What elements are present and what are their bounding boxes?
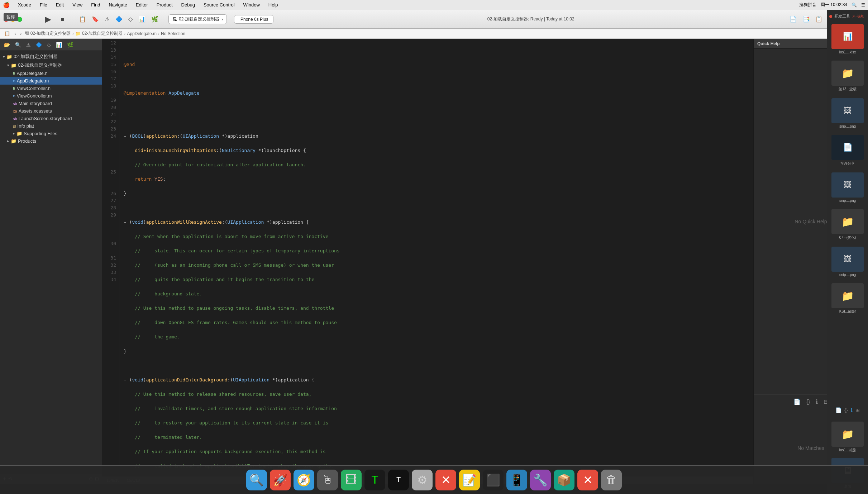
navigator-icon[interactable]: 📋 — [77, 14, 87, 24]
dock-notes[interactable]: 📝 — [459, 470, 480, 490]
desktop-item-chedan[interactable]: 📄 车丹分享 — [829, 133, 866, 167]
device-label: iPhone 6s Plus — [239, 17, 268, 22]
tree-label-viewcontroller-h: ViewController.h — [17, 86, 51, 91]
sidebar-item-root[interactable]: ▾ 📁 02-加载自定义控制器 — [0, 52, 102, 61]
breadcrumb-item-3[interactable]: AppDelegate.m — [127, 31, 157, 36]
sidebar-toolbar: 📂 🔍 ⚠ 🔷 ◇ 📊 🌿 — [0, 39, 102, 51]
qh-bottom-grid-icon[interactable]: ⊞ — [855, 407, 860, 413]
menu-product[interactable]: Product — [154, 1, 175, 8]
menu-find[interactable]: Find — [89, 1, 102, 8]
desktop-item-xlsx[interactable]: 📊 ios1....xlsx — [829, 23, 866, 56]
sidebar-item-viewcontroller-h[interactable]: h ViewController.h — [0, 85, 102, 92]
desktop-item-snip-2[interactable]: 🖼 snip....png — [829, 171, 866, 204]
breadcrumb-forward[interactable]: › — [19, 29, 23, 38]
menu-edit[interactable]: Edit — [54, 1, 66, 8]
qh-braces-icon[interactable]: {} — [806, 398, 810, 405]
sidebar-item-appdelegate-h[interactable]: h AppDelegate.h — [0, 70, 102, 77]
sidebar-git-icon[interactable]: 🌿 — [65, 41, 75, 49]
menu-source-control[interactable]: Source Control — [201, 1, 237, 8]
dock-terminal1[interactable]: T — [364, 470, 385, 490]
apple-menu[interactable]: 🍎 — [3, 1, 10, 8]
desktop-devtools[interactable]: 开发工具 未··视频 — [829, 14, 866, 19]
breadcrumb-item-2[interactable]: 02-加载自定义控制器 — [82, 30, 123, 37]
folder-icon-sf: 📁 — [16, 131, 22, 136]
menu-window[interactable]: Window — [241, 1, 262, 8]
stop-button[interactable]: ■ — [57, 14, 67, 24]
qh-bottom-file-icon[interactable]: 📄 — [835, 407, 841, 413]
editor-standard-icon[interactable]: 📄 — [788, 14, 798, 24]
sidebar-item-subgroup[interactable]: ▾ 📁 02-加载自定义控制器 — [0, 61, 102, 70]
menu-editor[interactable]: Editor — [134, 1, 150, 8]
sidebar-item-viewcontroller-m[interactable]: m ViewController.m — [0, 92, 102, 100]
editor-area[interactable]: 12 13 14 15 16 17 18 19 20 21 22 23 24 2… — [102, 39, 753, 484]
sidebar-item-assets[interactable]: xa Assets.xcassets — [0, 107, 102, 115]
report-icon[interactable]: 📊 — [137, 14, 147, 24]
control-center-icon[interactable]: ☰ — [861, 3, 865, 8]
desktop-item-ksi[interactable]: 📁 KSI...aster — [829, 282, 866, 315]
sidebar-search-icon[interactable]: 🔍 — [13, 41, 23, 49]
sidebar-item-supporting-files[interactable]: ▸ 📁 Supporting Files — [0, 130, 102, 137]
desktop-item-snip-1[interactable]: 🖼 snip....png — [829, 97, 866, 130]
editor-version-icon[interactable]: 📋 — [814, 14, 824, 24]
breadcrumb-item-4[interactable]: No Selection — [161, 31, 185, 36]
desktop-item-ios1-test[interactable]: 📁 ios1...试题 — [830, 420, 865, 454]
breakpoint-icon[interactable]: 🔷 — [114, 14, 124, 24]
dock-safari[interactable]: 🧭 — [294, 470, 314, 490]
dock-finder[interactable]: 🔍 — [246, 470, 267, 490]
maximize-button[interactable] — [17, 17, 22, 22]
sidebar-folder-icon[interactable]: 📂 — [2, 41, 12, 49]
breadcrumb-icon-2: 📁 — [75, 31, 81, 36]
dock-preferences[interactable]: ⚙ — [412, 470, 433, 490]
dock-xmind1[interactable]: ✕ — [435, 470, 456, 490]
dock-terminal2[interactable]: T — [388, 470, 409, 490]
folder-icon: 📁 — [6, 54, 12, 60]
bookmark-icon[interactable]: 🔖 — [90, 14, 100, 24]
code-editor[interactable]: @end @implementation AppDelegate - (BOOL… — [119, 39, 753, 476]
qh-bottom-brace-icon[interactable]: {} — [844, 407, 848, 413]
menu-debug[interactable]: Debug — [179, 1, 197, 8]
code-scroll[interactable]: 12 13 14 15 16 17 18 19 20 21 22 23 24 2… — [102, 39, 753, 476]
dock-mouse[interactable]: 🖱 — [317, 470, 338, 490]
qh-info-icon[interactable]: ℹ — [816, 398, 818, 405]
menu-navigate[interactable]: Navigate — [106, 1, 129, 8]
sidebar-warning-icon[interactable]: ⚠ — [24, 41, 33, 49]
desktop-item-folder-13[interactable]: 📁 第13...业绩 — [829, 59, 866, 93]
dock-app2[interactable]: 🔧 — [530, 470, 551, 490]
sidebar-item-products[interactable]: ▸ 📁 Products — [0, 137, 102, 145]
qh-file-icon[interactable]: 📄 — [793, 398, 801, 405]
folder-icon-sub: 📁 — [11, 63, 16, 68]
desktop-item-snip-3[interactable]: 🖼 snip....png — [829, 245, 866, 278]
warning-icon[interactable]: ⚠ — [103, 14, 111, 24]
editor-assistant-icon[interactable]: 📑 — [801, 14, 811, 24]
breadcrumb-item-1[interactable]: 02-加载自定义控制器 — [30, 30, 71, 37]
search-icon[interactable]: 🔍 — [852, 3, 857, 8]
sidebar-item-main-storyboard[interactable]: sb Main storyboard — [0, 100, 102, 107]
menu-view[interactable]: View — [70, 1, 85, 8]
desktop-item-folder-07[interactable]: 📁 07-··(优化) — [829, 208, 866, 242]
breadcrumb-back[interactable]: ‹ — [13, 29, 17, 38]
dock-app3[interactable]: 📦 — [554, 470, 574, 490]
ime-indicator[interactable]: 搜狗拼音 — [799, 2, 816, 8]
sidebar-breakpoint-icon[interactable]: 🔷 — [34, 41, 44, 49]
dock-dock2[interactable]: ⬛ — [483, 470, 504, 490]
sidebar-item-info-plist[interactable]: pl Info plat — [0, 122, 102, 130]
run-button[interactable]: ▶ — [42, 13, 54, 26]
dock-trash[interactable]: 🗑 — [601, 470, 622, 490]
sidebar-report-icon[interactable]: 📊 — [54, 41, 64, 49]
sidebar-item-launch-storyboard[interactable]: sb LaunchScreen.storyboard — [0, 115, 102, 122]
sidebar-test-icon[interactable]: ◇ — [45, 41, 53, 49]
test-icon[interactable]: ◇ — [127, 14, 134, 24]
qh-bottom-info-icon[interactable]: ℹ — [851, 407, 853, 413]
dock-launchpad[interactable]: 🚀 — [270, 470, 291, 490]
dock-app1[interactable]: 📱 — [506, 470, 527, 490]
dock-photos[interactable]: 🎞 — [341, 470, 362, 490]
menu-xcode[interactable]: Xcode — [16, 1, 33, 8]
menu-help[interactable]: Help — [266, 1, 280, 8]
menu-file[interactable]: File — [38, 1, 49, 8]
sidebar-item-appdelegate-m[interactable]: m AppDelegate.m — [0, 77, 102, 85]
dock-xmind2[interactable]: ✕ — [577, 470, 598, 490]
scheme-selector[interactable]: 🏗 02-加载自定义控制器 › — [168, 14, 227, 24]
device-selector[interactable]: iPhone 6s Plus — [234, 15, 273, 24]
git-icon[interactable]: 🌿 — [150, 14, 160, 24]
breadcrumb-collapse[interactable]: 📋 — [3, 29, 11, 38]
